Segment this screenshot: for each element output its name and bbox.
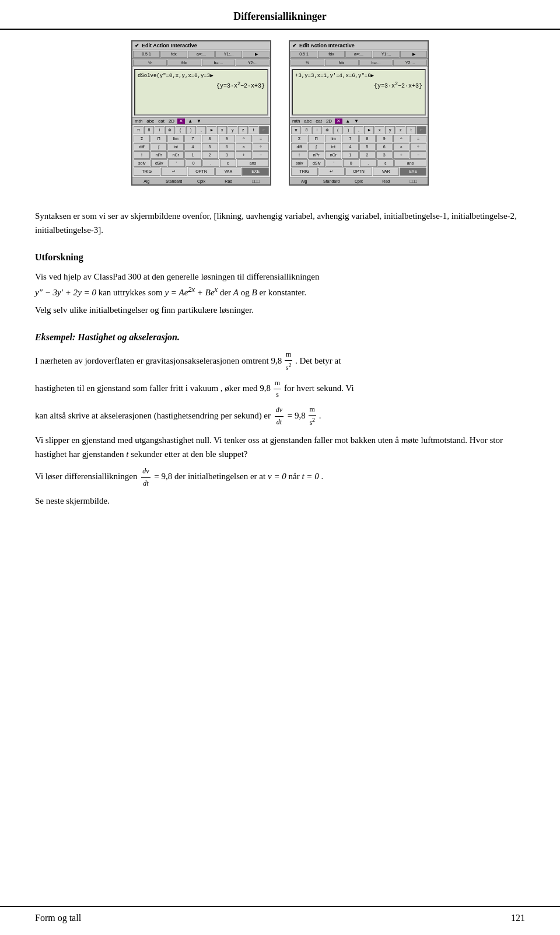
calc2-menu: mth abc cat 2D ✕ ▲ ▼: [290, 117, 428, 125]
calc1-key-6: 6: [219, 143, 235, 151]
calc1-key-arrow: ►: [206, 126, 216, 134]
calc1-key-pi2: Π: [150, 135, 167, 142]
calc2-box: □□□: [400, 179, 426, 183]
calc1-key-lp: (: [176, 126, 186, 134]
calc1-key-x: x: [217, 126, 227, 134]
calculators-section: ✔ Edit Action Interactive 0.5 1 fdx a=:.…: [29, 40, 531, 186]
calc2-key-9: 9: [376, 135, 393, 142]
example-text9: sekunder etter at den ble sluppet?: [131, 449, 247, 459]
calc1-btn-half: ½: [133, 60, 167, 66]
unit3-denom: s2: [309, 416, 315, 428]
calc1-key-eps: ε: [220, 159, 237, 167]
calc1-cplx: Cplx: [188, 179, 215, 183]
example-eq-98: = 9,8: [288, 411, 306, 420]
calc2-key-2: 2: [359, 151, 376, 159]
calc2-key-8: 8: [302, 126, 312, 134]
calc2-btn-a: a=:...: [345, 51, 372, 58]
calc2-key-int: ∫: [308, 143, 324, 151]
calc2-key-inf: ⊗: [323, 126, 332, 134]
calc1-key-int2: int: [167, 143, 184, 151]
calc2-key-ncr: nCr: [325, 151, 341, 159]
calc2-key-exe: EXE: [400, 168, 426, 176]
calc1-key-5: 5: [202, 143, 218, 151]
calc2-row2: diff ∫ int 4 5 6 × ÷: [291, 143, 426, 151]
syntax-paragraph: Syntaksen er som vi ser av skjermbildene…: [35, 209, 525, 237]
calc1-key-mul: ×: [236, 143, 252, 151]
calc1-btn-y1: Y1:...: [215, 51, 242, 58]
calc1-standard: Standard: [161, 179, 187, 183]
footer-title: Form og tall: [35, 913, 81, 923]
calc1-row2: diff ∫ int 4 5 6 × ÷: [134, 143, 269, 151]
calc2-menu-2d: 2D: [325, 118, 333, 124]
example-text8: Vi slipper en gjenstand med utgangshasti…: [35, 435, 503, 459]
calc2-key-pow: ^: [393, 135, 410, 142]
example-var-t: t: [126, 449, 131, 459]
deriv-denom: dt: [276, 417, 282, 428]
calc1-key-pow: ^: [236, 135, 252, 142]
example-heading: Eksempel: Hastighet og akselerasjon.: [35, 330, 525, 345]
calc2-menu-abc: abc: [303, 118, 313, 124]
example-text7: .: [319, 411, 321, 420]
calc1-keys: π 8 i ⊗ ( ) , ► x y z t ← Σ Π lim 7 8 9: [132, 125, 270, 177]
calc2-btn-fdx2: fdx: [325, 60, 359, 66]
calc2-menu-mth: mth: [291, 118, 301, 124]
calc2-btn-fdx: fdx: [318, 51, 345, 58]
solve-lhs-fraction: dv dt: [141, 466, 150, 489]
calc1-line1: dSolve(y″=0,x,y,x=0,y=3▶: [138, 72, 265, 79]
calc2-key-eq: =: [410, 135, 426, 142]
example-text11: der initialbetingelsen er at: [174, 472, 265, 481]
page-number: 121: [511, 913, 525, 923]
calc1-toolbar: ✔ Edit Action Interactive: [132, 41, 270, 50]
calc1-key-8n: 8: [202, 135, 218, 142]
calc1-toolbar-label: Edit Action Interactive: [142, 43, 197, 48]
calc2-alg: Alg: [291, 179, 317, 183]
calc2-key-i: i: [312, 126, 322, 134]
example-text12: når: [289, 472, 300, 481]
example-para1: I nærheten av jordoverflaten er gravitas…: [35, 349, 525, 374]
calc1-row1: Σ Π lim 7 8 9 ^ =: [134, 135, 269, 142]
example-solve-eq: = 9,8: [154, 472, 172, 481]
calc1-row0: π 8 i ⊗ ( ) , ► x y z t ←: [134, 126, 269, 134]
calc2-key-dot: .: [360, 159, 377, 167]
calc2-key-solv: solv: [291, 159, 308, 167]
calc1-key-minus: −: [253, 151, 269, 159]
utforskning-text3: der A og B er konstanter.: [220, 288, 306, 297]
calc1-btn-fdx2: fdx: [167, 60, 201, 66]
solve-numer: dv: [141, 466, 150, 477]
calc1-key-8: 8: [144, 126, 154, 134]
calc1-key-diff: diff: [134, 143, 150, 151]
example-init-cond: v = 0: [268, 472, 289, 481]
calc1-key-3: 3: [219, 151, 235, 159]
calc1-key-4: 4: [184, 143, 201, 151]
calc1-key-y: y: [228, 126, 237, 134]
calc1-key-7: 7: [184, 135, 201, 142]
calc1-key-9: 9: [219, 135, 235, 142]
utforskning-section: Utforskning Vis ved hjelp av ClassPad 30…: [35, 250, 525, 317]
unit1-denom: s2: [286, 361, 292, 374]
example-text13: .: [321, 472, 323, 481]
example-text2: . Det betyr at: [295, 356, 341, 365]
calc1-key-solv: solv: [134, 159, 150, 167]
calc1-key-1: 1: [184, 151, 201, 159]
example-para3: kan altså skrive at akselerasjonen (hast…: [35, 404, 525, 428]
utforskning-general-sol: y = Ae2x + Bex: [164, 288, 219, 297]
calc1-menu-mth: mth: [134, 118, 144, 124]
calc2-checkmark-icon: ✔: [292, 43, 297, 48]
calc2-key-excl: !: [291, 151, 307, 159]
calc2-screen: +3,y=3,x=1,y′=4,x=6,y″=6▶ {y=3·x2−2·x+3}: [292, 69, 426, 116]
calc1-key-var: VAR: [215, 168, 242, 176]
calc1-key-enter: ↵: [161, 168, 188, 176]
calc1-checkmark-icon: ✔: [135, 43, 139, 48]
calc1-menu-2d: 2D: [167, 118, 176, 124]
calc2-key-plus: +: [393, 151, 410, 159]
calc1-key-inf: ⊗: [165, 126, 175, 134]
calc2-key-trig: TRIG: [291, 168, 318, 176]
calc1-btn-05: 0.5 1: [133, 51, 160, 58]
calc2-key-prime: ': [326, 159, 342, 167]
calc2-btn-arrow: ▶: [400, 51, 427, 58]
utforskning-text1: Vis ved hjelp av ClassPad 300 at den gen…: [35, 270, 525, 299]
calc2-standard: Standard: [318, 179, 345, 183]
calc1-box: □□□: [243, 179, 269, 183]
calc2-row4: solv dSlv ' 0 . ε ans: [291, 159, 426, 167]
calc2-key-var: VAR: [373, 168, 400, 176]
